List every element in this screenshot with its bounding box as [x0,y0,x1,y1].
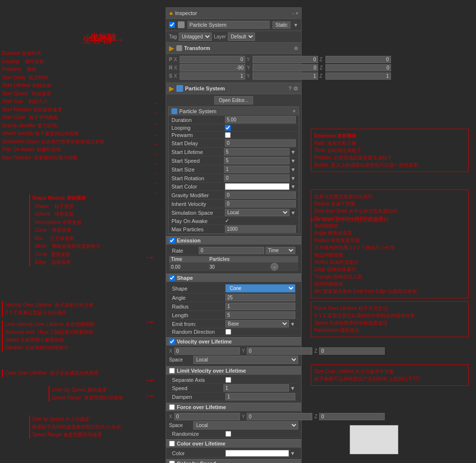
force-x-input[interactable] [174,413,240,420]
position-y-input[interactable] [253,56,318,63]
play-on-awake-label: Play On Awake [171,218,225,224]
arrow-title: 坐标轴 → [83,33,124,46]
separate-axis-checkbox[interactable] [225,377,231,383]
transform-settings-icon[interactable]: ⚙ [294,46,298,51]
annotation-simspace: Simulation Space 以自身代世界坐标体现位发射 [2,138,104,146]
randomize-checkbox[interactable] [225,431,231,437]
transform-expand-icon[interactable]: ▶ [169,44,174,52]
start-rotation-input[interactable] [224,174,289,182]
scale-y-input[interactable] [253,72,318,80]
color-lifetime-content: Color ▼ [166,448,301,459]
limit-velocity-header[interactable]: Limit Velocity over Lifetime [166,366,301,375]
rotation-z-input[interactable] [325,64,391,71]
velocity-z-input[interactable] [319,347,385,355]
shape-toggle[interactable] [169,275,175,281]
arrow-startspeed: → [153,132,159,138]
arrow-simspace: → [153,189,159,196]
ann-dampen: Dampen 生命周期内的限制力 [5,344,94,352]
start-speed-input[interactable] [224,157,289,164]
shape-ann-2: Radius 形成子范围 [314,200,465,207]
limit-velocity-toggle[interactable] [169,368,175,374]
color-lifetime-header[interactable]: Color over Lifetime [166,439,301,448]
dampen-label: Dampen [172,394,225,400]
color-speed-toggle[interactable] [169,461,175,463]
shape-emit-select[interactable]: Base Shell Volume [225,320,289,327]
arrow-startdelay: → [153,109,159,116]
burst-particles-value: 30 [207,262,269,271]
velocity-y-input[interactable] [247,347,312,355]
tag-select[interactable]: Untagged [179,33,212,41]
ps-component-header: ▶ Particle System ? ⚙ [166,83,301,94]
rotation-x-input[interactable] [180,64,245,71]
ps-main-plus[interactable]: + [292,108,296,115]
shape-angle-input[interactable] [225,294,295,301]
position-z-input[interactable] [325,56,391,63]
ps-expand-icon[interactable]: ▶ [169,85,174,92]
position-z-group: Z [320,56,391,63]
inherit-velocity-input[interactable] [225,200,296,207]
scale-z-input[interactable] [325,72,391,80]
force-toggle[interactable] [169,404,175,410]
duration-input[interactable] [225,116,296,123]
color-speed-label: Color by Speed [177,461,216,463]
annotation-looping: Looping 循环发射 [2,58,104,66]
color-lifetime-gradient[interactable] [225,450,289,457]
shape-type-select[interactable]: Cone Sphere Hemisphere Box Mesh Circle E… [225,284,295,292]
annotation-max-particles: Max Particles 发射期间白最大粒数 [2,154,104,162]
start-delay-input[interactable] [225,139,296,147]
separate-axis-label: Separate Axis [172,377,225,383]
force-x-label: X [169,414,172,419]
force-section-header[interactable]: Force over Lifetime [166,403,301,412]
rotation-prefix: R [169,65,172,70]
start-lifetime-label: Start Lifetime [171,149,224,155]
size-ann-1: Size Over Lifetime 大小与速度中充量 [314,368,465,375]
ann-sphere: Sphere 球形发射 [32,210,101,219]
burst-remove-button[interactable]: - [271,263,278,271]
shape-section-header[interactable]: Shape [166,274,301,282]
dampen-input[interactable] [225,393,295,400]
limit-speed-input[interactable] [223,384,289,392]
static-button[interactable]: Static [272,21,290,29]
start-lifetime-input[interactable] [224,148,289,155]
color-lifetime-toggle[interactable] [169,441,175,446]
gravity-input[interactable] [225,191,296,199]
force-z-input[interactable] [319,413,385,420]
start-color-swatch[interactable] [225,183,289,190]
force-space-select[interactable]: Local World [193,421,298,429]
ps-doc-icon[interactable]: ? [289,86,291,91]
max-particles-input[interactable] [225,225,296,233]
shape-length-input[interactable] [225,311,295,319]
annotation-start-size: Start Size 初始大小 [2,98,104,106]
rotation-y-input[interactable] [253,64,318,71]
emission-rate-type[interactable]: Time Distance [266,247,295,254]
velocity-y-label: Y [242,348,245,354]
arrow-startsize: → [153,141,159,148]
start-size-input[interactable] [224,166,289,173]
force-y-input[interactable] [247,413,312,420]
position-x-input[interactable] [180,56,245,63]
gameobj-active-checkbox[interactable] [169,22,175,28]
shape-ann-1: 粒形与主形态发射方向还判 [314,193,465,200]
looping-checkbox[interactable] [225,125,231,131]
emission-rate-input[interactable] [199,247,264,254]
velocity-section-header[interactable]: Velocity over Lifetime [166,337,301,346]
color-speed-header[interactable]: Color by Speed [166,459,301,463]
open-editor-button[interactable]: Open Editor... [214,96,253,104]
layer-select[interactable]: Default [228,33,255,41]
gameobj-name-input[interactable] [187,21,270,29]
velocity-toggle[interactable] [169,339,175,344]
random-direction-checkbox[interactable] [225,329,231,335]
shape-radius-input[interactable] [225,303,295,310]
ps-main-header[interactable]: Particle System + [169,107,299,116]
static-dropdown-arrow[interactable]: ▼ [293,22,298,28]
emission-section-header[interactable]: Emission [166,236,301,245]
velocity-space-select[interactable]: Local World [193,356,298,364]
prewarm-checkbox[interactable] [225,132,231,138]
ps-settings-icon[interactable]: ⚙ [293,86,298,92]
velocity-x-input[interactable] [174,347,240,355]
scale-x-input[interactable] [180,72,245,80]
simulation-space-select[interactable]: Local World [225,209,289,216]
force-ann-3: Space 自身转世界的坐标值置激活 [314,319,465,326]
ann-color-speed: Color By Speed 颜色速度 [51,386,123,394]
emission-toggle[interactable] [169,238,175,243]
